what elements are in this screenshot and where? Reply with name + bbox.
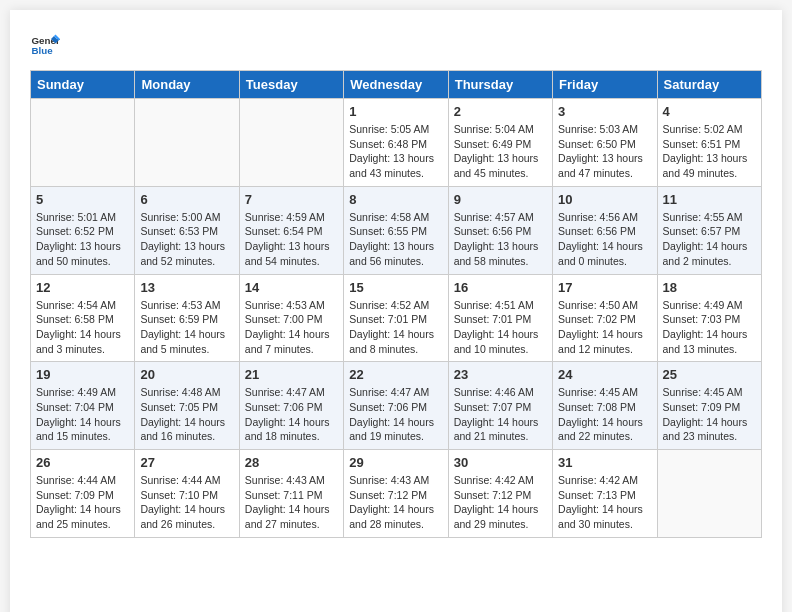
calendar-cell: 13Sunrise: 4:53 AMSunset: 6:59 PMDayligh… [135,274,239,362]
day-number: 13 [140,280,233,295]
calendar-cell [31,99,135,187]
day-info: Sunrise: 4:48 AMSunset: 7:05 PMDaylight:… [140,385,233,444]
calendar-cell: 30Sunrise: 4:42 AMSunset: 7:12 PMDayligh… [448,450,552,538]
day-info: Sunrise: 4:46 AMSunset: 7:07 PMDaylight:… [454,385,547,444]
day-number: 2 [454,104,547,119]
day-info: Sunrise: 4:47 AMSunset: 7:06 PMDaylight:… [349,385,442,444]
day-number: 19 [36,367,129,382]
day-info: Sunrise: 4:42 AMSunset: 7:12 PMDaylight:… [454,473,547,532]
day-info: Sunrise: 4:47 AMSunset: 7:06 PMDaylight:… [245,385,338,444]
calendar-cell: 9Sunrise: 4:57 AMSunset: 6:56 PMDaylight… [448,186,552,274]
calendar-cell: 1Sunrise: 5:05 AMSunset: 6:48 PMDaylight… [344,99,448,187]
day-number: 3 [558,104,651,119]
day-info: Sunrise: 5:03 AMSunset: 6:50 PMDaylight:… [558,122,651,181]
day-info: Sunrise: 4:51 AMSunset: 7:01 PMDaylight:… [454,298,547,357]
calendar-cell: 3Sunrise: 5:03 AMSunset: 6:50 PMDaylight… [553,99,657,187]
day-number: 15 [349,280,442,295]
calendar-cell: 4Sunrise: 5:02 AMSunset: 6:51 PMDaylight… [657,99,761,187]
calendar-cell: 10Sunrise: 4:56 AMSunset: 6:56 PMDayligh… [553,186,657,274]
day-number: 18 [663,280,756,295]
calendar-cell: 24Sunrise: 4:45 AMSunset: 7:08 PMDayligh… [553,362,657,450]
day-info: Sunrise: 4:44 AMSunset: 7:10 PMDaylight:… [140,473,233,532]
calendar-cell: 29Sunrise: 4:43 AMSunset: 7:12 PMDayligh… [344,450,448,538]
day-number: 26 [36,455,129,470]
svg-text:Blue: Blue [32,45,54,56]
day-info: Sunrise: 4:55 AMSunset: 6:57 PMDaylight:… [663,210,756,269]
day-number: 14 [245,280,338,295]
day-info: Sunrise: 4:54 AMSunset: 6:58 PMDaylight:… [36,298,129,357]
day-number: 1 [349,104,442,119]
day-number: 12 [36,280,129,295]
calendar-cell: 19Sunrise: 4:49 AMSunset: 7:04 PMDayligh… [31,362,135,450]
calendar-cell: 28Sunrise: 4:43 AMSunset: 7:11 PMDayligh… [239,450,343,538]
calendar-cell: 11Sunrise: 4:55 AMSunset: 6:57 PMDayligh… [657,186,761,274]
week-row-4: 19Sunrise: 4:49 AMSunset: 7:04 PMDayligh… [31,362,762,450]
day-header-sunday: Sunday [31,71,135,99]
day-number: 6 [140,192,233,207]
day-info: Sunrise: 4:49 AMSunset: 7:04 PMDaylight:… [36,385,129,444]
logo: General Blue [30,30,60,60]
calendar-cell [239,99,343,187]
calendar-cell: 8Sunrise: 4:58 AMSunset: 6:55 PMDaylight… [344,186,448,274]
day-number: 21 [245,367,338,382]
day-info: Sunrise: 4:53 AMSunset: 6:59 PMDaylight:… [140,298,233,357]
day-info: Sunrise: 5:05 AMSunset: 6:48 PMDaylight:… [349,122,442,181]
calendar-cell: 16Sunrise: 4:51 AMSunset: 7:01 PMDayligh… [448,274,552,362]
day-number: 8 [349,192,442,207]
week-row-2: 5Sunrise: 5:01 AMSunset: 6:52 PMDaylight… [31,186,762,274]
day-number: 5 [36,192,129,207]
day-info: Sunrise: 4:50 AMSunset: 7:02 PMDaylight:… [558,298,651,357]
day-header-friday: Friday [553,71,657,99]
week-row-5: 26Sunrise: 4:44 AMSunset: 7:09 PMDayligh… [31,450,762,538]
header: General Blue [30,30,762,60]
day-header-tuesday: Tuesday [239,71,343,99]
week-row-3: 12Sunrise: 4:54 AMSunset: 6:58 PMDayligh… [31,274,762,362]
calendar-cell: 20Sunrise: 4:48 AMSunset: 7:05 PMDayligh… [135,362,239,450]
day-number: 7 [245,192,338,207]
calendar-container: General Blue SundayMondayTuesdayWednesda… [10,10,782,612]
day-info: Sunrise: 4:44 AMSunset: 7:09 PMDaylight:… [36,473,129,532]
day-info: Sunrise: 4:59 AMSunset: 6:54 PMDaylight:… [245,210,338,269]
calendar-cell [135,99,239,187]
week-row-1: 1Sunrise: 5:05 AMSunset: 6:48 PMDaylight… [31,99,762,187]
calendar-cell: 15Sunrise: 4:52 AMSunset: 7:01 PMDayligh… [344,274,448,362]
day-number: 17 [558,280,651,295]
day-header-monday: Monday [135,71,239,99]
day-number: 20 [140,367,233,382]
day-info: Sunrise: 4:58 AMSunset: 6:55 PMDaylight:… [349,210,442,269]
calendar-cell: 6Sunrise: 5:00 AMSunset: 6:53 PMDaylight… [135,186,239,274]
calendar-cell: 26Sunrise: 4:44 AMSunset: 7:09 PMDayligh… [31,450,135,538]
day-number: 22 [349,367,442,382]
calendar-cell [657,450,761,538]
calendar-cell: 14Sunrise: 4:53 AMSunset: 7:00 PMDayligh… [239,274,343,362]
calendar-cell: 17Sunrise: 4:50 AMSunset: 7:02 PMDayligh… [553,274,657,362]
calendar-cell: 18Sunrise: 4:49 AMSunset: 7:03 PMDayligh… [657,274,761,362]
calendar-cell: 25Sunrise: 4:45 AMSunset: 7:09 PMDayligh… [657,362,761,450]
calendar-table: SundayMondayTuesdayWednesdayThursdayFrid… [30,70,762,538]
day-info: Sunrise: 4:57 AMSunset: 6:56 PMDaylight:… [454,210,547,269]
day-number: 30 [454,455,547,470]
day-info: Sunrise: 4:43 AMSunset: 7:11 PMDaylight:… [245,473,338,532]
day-info: Sunrise: 4:43 AMSunset: 7:12 PMDaylight:… [349,473,442,532]
day-number: 29 [349,455,442,470]
day-number: 24 [558,367,651,382]
logo-icon: General Blue [30,30,60,60]
day-header-saturday: Saturday [657,71,761,99]
calendar-cell: 2Sunrise: 5:04 AMSunset: 6:49 PMDaylight… [448,99,552,187]
calendar-cell: 31Sunrise: 4:42 AMSunset: 7:13 PMDayligh… [553,450,657,538]
day-info: Sunrise: 4:56 AMSunset: 6:56 PMDaylight:… [558,210,651,269]
header-row: SundayMondayTuesdayWednesdayThursdayFrid… [31,71,762,99]
day-number: 27 [140,455,233,470]
day-number: 28 [245,455,338,470]
day-number: 25 [663,367,756,382]
day-info: Sunrise: 5:01 AMSunset: 6:52 PMDaylight:… [36,210,129,269]
day-number: 23 [454,367,547,382]
calendar-cell: 21Sunrise: 4:47 AMSunset: 7:06 PMDayligh… [239,362,343,450]
calendar-cell: 5Sunrise: 5:01 AMSunset: 6:52 PMDaylight… [31,186,135,274]
day-header-thursday: Thursday [448,71,552,99]
day-number: 11 [663,192,756,207]
day-info: Sunrise: 5:00 AMSunset: 6:53 PMDaylight:… [140,210,233,269]
day-number: 16 [454,280,547,295]
day-info: Sunrise: 5:02 AMSunset: 6:51 PMDaylight:… [663,122,756,181]
day-info: Sunrise: 4:42 AMSunset: 7:13 PMDaylight:… [558,473,651,532]
